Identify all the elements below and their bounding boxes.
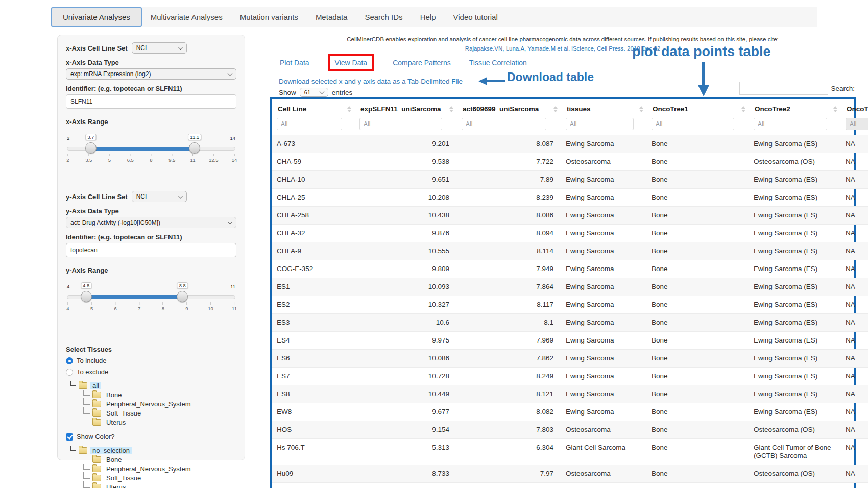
filter-input-expslfn11-unisarcoma[interactable] xyxy=(359,118,442,130)
slider-tick: 8 xyxy=(150,154,152,163)
cell-cell-line: COG-E-352 xyxy=(272,260,354,278)
cell-oncotree3: NA xyxy=(840,242,868,260)
column-header-act609699-unisarcoma[interactable]: act609699_uniSarcoma xyxy=(456,99,561,117)
tree-connector xyxy=(83,389,90,396)
tree-node-label[interactable]: no_selection xyxy=(90,447,132,454)
subnav-compare-patterns[interactable]: Compare Patterns xyxy=(393,59,451,67)
column-header-oncotree3[interactable]: OncoTree3 xyxy=(840,99,868,117)
tree-node-label[interactable]: Soft_Tissue xyxy=(104,409,143,417)
slider-handle-low[interactable] xyxy=(85,142,97,154)
y-cell-line-set-select[interactable]: NCI xyxy=(132,191,187,202)
tab-help[interactable]: Help xyxy=(412,7,445,27)
tab-search-ids[interactable]: Search IDs xyxy=(356,7,411,27)
sort-desc-icon xyxy=(553,110,558,112)
sort-desc-icon xyxy=(449,110,453,112)
subnav-view-data[interactable]: View Data xyxy=(335,59,368,67)
x-cell-line-set-select[interactable]: NCI xyxy=(132,42,187,54)
cell-oncotree2: Osteosarcoma (OS) xyxy=(749,421,840,439)
slider-min-label: 4 xyxy=(67,284,69,289)
entries-select[interactable]: 61 xyxy=(300,88,328,97)
slider-fill xyxy=(91,147,195,151)
folder-icon xyxy=(92,456,101,463)
cell-oncotree2: Ewing Sarcoma (ES) xyxy=(749,135,840,153)
tree-expander-icon[interactable] xyxy=(70,381,76,386)
cell-tissues: Ewing Sarcoma xyxy=(561,278,646,296)
tree-node-uterus: Uterus xyxy=(83,418,236,427)
table-header-row: Cell LineexpSLFN11_uniSarcomaact609699_u… xyxy=(272,99,868,117)
tab-univariate-analyses[interactable]: Univariate Analyses xyxy=(51,7,142,27)
tree-node-label[interactable]: Peripheral_Nervous_System xyxy=(104,400,192,408)
slider-handle-low[interactable] xyxy=(81,291,92,302)
tree-node-label[interactable]: Peripheral_Nervous_System xyxy=(104,465,192,473)
column-header-oncotree2[interactable]: OncoTree2 xyxy=(749,99,840,117)
cell-tissues: Ewing Sarcoma xyxy=(561,135,646,153)
tab-multivariate-analyses[interactable]: Multivariate Analyses xyxy=(142,7,231,27)
cell-oncotree2: Ewing Sarcoma (ES) xyxy=(749,385,840,403)
slider-tick: 6.5 xyxy=(127,154,134,163)
tree-node-label[interactable]: Uterus xyxy=(104,419,128,426)
cell-act609699-unisarcoma: 8.117 xyxy=(456,296,561,314)
y-identifier-input[interactable] xyxy=(66,243,236,257)
show-entries-row: Show 61 entries xyxy=(279,88,352,97)
include-radio[interactable] xyxy=(66,357,73,364)
column-header-tissues[interactable]: tissues xyxy=(561,99,646,117)
subnav-plot-data[interactable]: Plot Data xyxy=(280,59,309,67)
y-cell-line-set-label: y-Axis Cell Line Set xyxy=(66,193,128,201)
tree-node-label[interactable]: Uterus xyxy=(104,483,128,488)
sort-desc-icon xyxy=(833,110,837,112)
column-header-oncotree1[interactable]: OncoTree1 xyxy=(646,99,749,117)
y-cell-line-set-select-wrap: NCI xyxy=(132,191,187,202)
filter-input-oncotree3[interactable] xyxy=(846,118,868,130)
cell-oncotree3: NA xyxy=(840,350,868,368)
x-data-type-select-wrap: exp: mRNA Expression (log2) xyxy=(66,68,236,80)
filter-input-act609699-unisarcoma[interactable] xyxy=(462,118,546,130)
subnav-tissue-correlation[interactable]: Tissue Correlation xyxy=(469,59,527,67)
filter-input-cell-line[interactable] xyxy=(277,118,342,130)
table-row: CHLA-2510.2088.239Ewing SarcomaBoneEwing… xyxy=(272,189,868,207)
slider-handle-high[interactable] xyxy=(189,142,200,154)
exclude-radio[interactable] xyxy=(66,369,73,376)
slider-handle-high[interactable] xyxy=(177,291,188,302)
folder-icon xyxy=(92,475,101,481)
cell-tissues: Osteosarcoma xyxy=(561,153,646,171)
select-tissues-label: Select Tissues xyxy=(66,346,236,353)
cell-tissues: Ewing Sarcoma xyxy=(561,225,646,242)
slider-handle-low-value: 3.7 xyxy=(85,134,96,140)
tab-metadata[interactable]: Metadata xyxy=(307,7,356,27)
x-cell-line-set-select-wrap: NCI xyxy=(132,42,187,54)
cell-oncotree3: NA xyxy=(840,403,868,421)
x-identifier-input[interactable] xyxy=(66,94,236,109)
filter-input-oncotree2[interactable] xyxy=(754,118,827,130)
cell-oncotree1: Bone xyxy=(646,350,749,368)
tree-node-label[interactable]: Soft_Tissue xyxy=(104,474,143,482)
cell-oncotree3: NA xyxy=(840,332,868,350)
cell-oncotree3: NA xyxy=(840,421,868,439)
cell-oncotree2: Ewing Sarcoma (ES) xyxy=(749,403,840,421)
cell-expslfn11-unisarcoma: 9.538 xyxy=(354,153,456,171)
tab-video-tutorial[interactable]: Video tutorial xyxy=(444,7,506,27)
tree-node-label[interactable]: Bone xyxy=(104,391,124,399)
exclude-radio-label: To exclude xyxy=(77,368,108,376)
search-input[interactable] xyxy=(739,82,828,95)
x-data-type-select[interactable]: exp: mRNA Expression (log2) xyxy=(66,68,236,80)
tree-node-label[interactable]: all xyxy=(90,382,101,389)
column-header-expslfn11-unisarcoma[interactable]: expSLFN11_uniSarcoma xyxy=(354,99,456,117)
y-data-type-select[interactable]: act: Drug Activity (-log10[IC50M]) xyxy=(66,217,236,228)
include-radio-label: To include xyxy=(77,357,107,364)
main-panel: CellMinerCDB enables exploration and ana… xyxy=(270,35,856,488)
show-color-checkbox[interactable] xyxy=(66,433,73,441)
cell-oncotree1: Bone xyxy=(646,465,749,483)
citation-link[interactable]: Rajapakse.VN, Luna.A, Yamade.M et al. iS… xyxy=(465,45,660,52)
tree-node-peripheral-nervous-system: Peripheral_Nervous_System xyxy=(83,399,236,408)
cell-act609699-unisarcoma: 8.082 xyxy=(456,403,561,421)
slider-tick: 2 xyxy=(66,154,69,163)
tab-mutation-variants[interactable]: Mutation variants xyxy=(231,7,307,27)
column-header-cell-line[interactable]: Cell Line xyxy=(272,99,354,117)
sort-icon xyxy=(449,106,453,112)
download-tab-delimited-link[interactable]: Download selected x and y axis data as a… xyxy=(279,78,463,85)
tree-expander-icon[interactable] xyxy=(70,446,76,451)
tree-node-label[interactable]: Bone xyxy=(104,456,124,463)
filter-input-tissues[interactable] xyxy=(566,118,634,130)
filter-input-oncotree1[interactable] xyxy=(652,118,734,130)
cell-expslfn11-unisarcoma: 8.343 xyxy=(354,483,456,488)
